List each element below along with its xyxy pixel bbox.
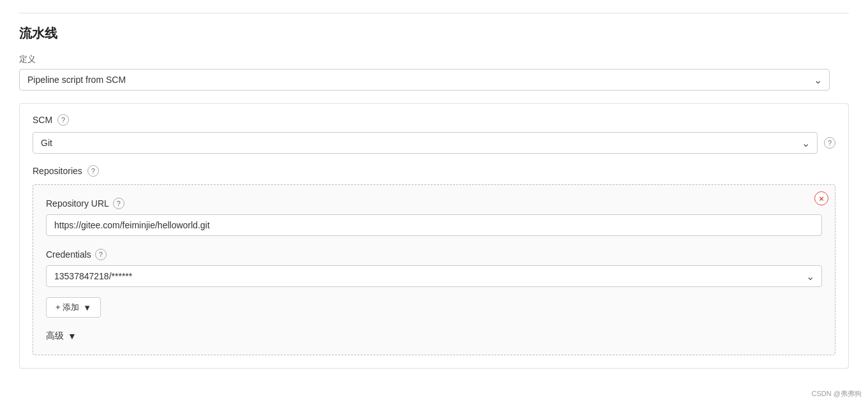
scm-select-wrapper: Git None Subversion ⌄ xyxy=(33,132,818,154)
scm-section: SCM ? Git None Subversion ⌄ ? Repositori… xyxy=(19,103,849,369)
credentials-select[interactable]: 13537847218/****** - 无 - xyxy=(46,265,822,287)
page-title: 流水线 xyxy=(19,25,849,42)
definition-select-wrapper: Pipeline script from SCM Pipeline script… xyxy=(19,69,830,91)
credentials-section: Credentials ? 13537847218/****** - 无 - ⌄ xyxy=(46,249,822,287)
page-container: 流水线 定义 Pipeline script from SCM Pipeline… xyxy=(0,0,868,405)
top-divider xyxy=(19,13,849,13)
repo-url-input[interactable] xyxy=(46,214,822,236)
repositories-section: Repositories ? × Repository URL ? Creden… xyxy=(33,165,835,355)
add-button[interactable]: + 添加 ▼ xyxy=(46,297,101,318)
advanced-chevron-icon: ▼ xyxy=(68,331,77,341)
scm-select[interactable]: Git None Subversion xyxy=(33,132,818,154)
scm-help-icon[interactable]: ? xyxy=(57,114,69,126)
add-button-label: + 添加 xyxy=(56,302,79,313)
definition-select[interactable]: Pipeline script from SCM Pipeline script xyxy=(19,69,830,91)
advanced-label: 高级 xyxy=(46,330,64,342)
scm-label: SCM xyxy=(33,115,52,125)
definition-label: 定义 xyxy=(19,54,849,65)
watermark: CSDN @弗弗狗 xyxy=(812,389,862,399)
credentials-select-wrapper: 13537847218/****** - 无 - ⌄ xyxy=(46,265,822,287)
credentials-label-row: Credentials ? xyxy=(46,249,822,260)
repo-dashed-box: × Repository URL ? Credentials ? 1353784 xyxy=(33,184,835,355)
repositories-label: Repositories xyxy=(33,166,82,176)
credentials-help-icon[interactable]: ? xyxy=(95,249,107,260)
scm-select-row: Git None Subversion ⌄ ? xyxy=(33,132,835,154)
repo-url-label-row: Repository URL ? xyxy=(46,198,822,209)
scm-header: SCM ? xyxy=(33,114,835,126)
scm-outer-help-icon[interactable]: ? xyxy=(824,137,835,149)
repositories-header: Repositories ? xyxy=(33,165,835,177)
repo-url-label: Repository URL xyxy=(46,198,109,209)
repositories-help-icon[interactable]: ? xyxy=(87,165,99,177)
repo-url-help-icon[interactable]: ? xyxy=(113,198,124,209)
advanced-row[interactable]: 高级 ▼ xyxy=(46,330,822,342)
close-repo-button[interactable]: × xyxy=(814,191,828,205)
add-dropdown-icon: ▼ xyxy=(83,303,91,313)
credentials-label: Credentials xyxy=(46,249,91,260)
